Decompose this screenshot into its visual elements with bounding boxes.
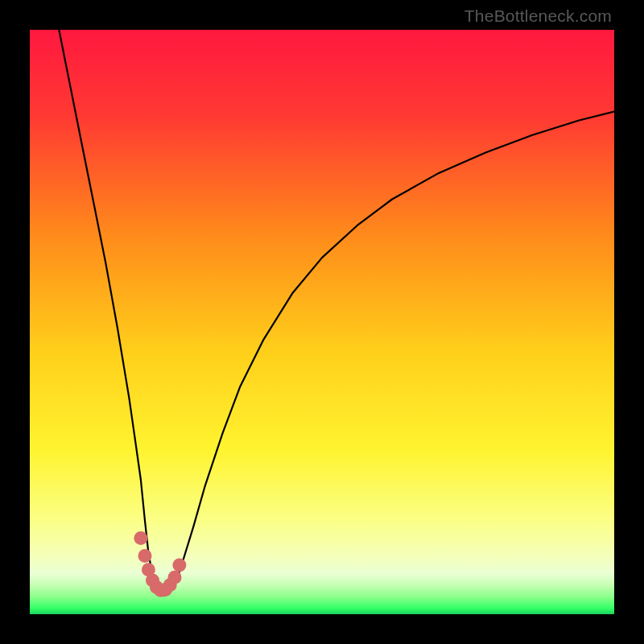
series-path: [164, 112, 614, 596]
page-watermark: TheBottleneck.com: [464, 6, 612, 26]
series-path: [59, 30, 164, 596]
curve-layer: [30, 30, 614, 614]
plot-area: [30, 30, 614, 614]
data-marker: [172, 559, 186, 572]
data-marker: [134, 531, 147, 545]
data-marker: [138, 549, 152, 563]
data-marker: [168, 571, 182, 584]
chart-frame: TheBottleneck.com: [0, 0, 644, 644]
